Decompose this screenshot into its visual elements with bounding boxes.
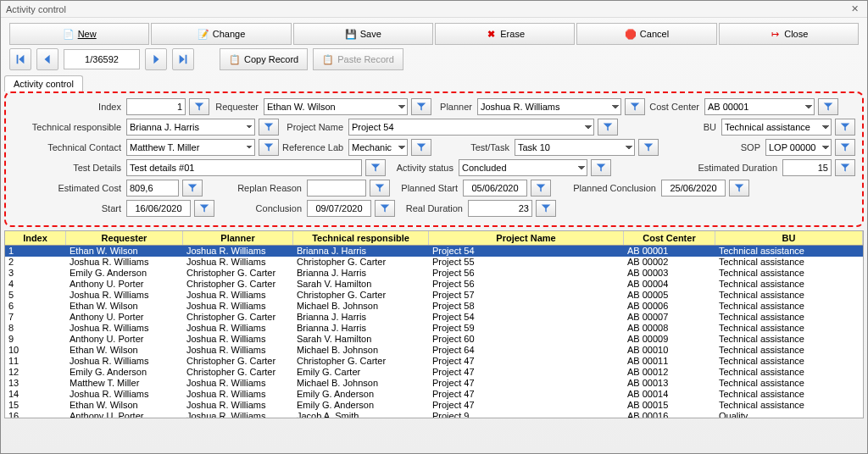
plannedstart-label: Planned Start — [393, 183, 459, 193]
index-input[interactable] — [126, 98, 186, 115]
testdetails-input[interactable] — [126, 159, 362, 176]
estcost-input[interactable] — [126, 180, 179, 197]
table-row[interactable]: 1Ethan W. WilsonJoshua R. WilliamsBriann… — [5, 246, 863, 257]
col-header-planner[interactable]: Planner — [183, 231, 293, 245]
projname-label: Project Name — [282, 122, 345, 132]
replanreason-label: Replan Reason — [206, 183, 303, 193]
activitystatus-select[interactable]: Concluded — [459, 159, 587, 176]
activitystatus-label: Activity status — [389, 163, 455, 173]
save-button[interactable]: 💾 Save — [293, 23, 433, 45]
planner-filter[interactable] — [625, 98, 645, 115]
paste-record-button[interactable]: 📋 Paste Record — [313, 48, 403, 70]
estcost-filter[interactable] — [182, 180, 203, 197]
bu-select[interactable]: Technical assistance — [721, 119, 832, 136]
realduration-input[interactable] — [468, 200, 532, 217]
table-row[interactable]: 9Anthony U. PorterJoshua R. WilliamsSara… — [5, 334, 863, 345]
requester-label: Requester — [213, 102, 260, 112]
testdetails-filter[interactable] — [365, 159, 386, 176]
nav-prev-button[interactable] — [36, 48, 58, 70]
table-row[interactable]: 12Emily G. AndersonChristopher G. Carter… — [5, 367, 863, 378]
activitystatus-filter[interactable] — [591, 159, 611, 176]
table-row[interactable]: 13Matthew T. MillerJoshua R. WilliamsMic… — [5, 378, 863, 389]
col-header-techresp[interactable]: Technical responsible — [293, 231, 429, 245]
table-row[interactable]: 2Joshua R. WilliamsJoshua R. WilliamsChr… — [5, 257, 863, 268]
window-close-icon[interactable]: ✕ — [848, 3, 862, 14]
testdetails-label: Test Details — [13, 163, 123, 173]
table-row[interactable]: 3Emily G. AndersonChristopher G. CarterB… — [5, 268, 863, 279]
table-row[interactable]: 6Ethan W. WilsonJoshua R. WilliamsMichae… — [5, 301, 863, 312]
table-row[interactable]: 14Joshua R. WilliamsJoshua R. WilliamsEm… — [5, 389, 863, 400]
change-button[interactable]: 📝 Change — [151, 23, 291, 45]
col-header-index[interactable]: Index — [5, 231, 66, 245]
table-row[interactable]: 16Anthony U. PorterJoshua R. WilliamsJac… — [5, 411, 863, 418]
plannedconc-input[interactable] — [661, 180, 726, 197]
reflab-select[interactable]: Mechanic — [348, 139, 408, 156]
techresp-filter[interactable] — [259, 119, 279, 136]
conclusion-filter[interactable] — [375, 200, 395, 217]
activity-control-window: Activity control ✕ 📄 New 📝 Change 💾 Save… — [0, 0, 868, 454]
grid-body[interactable]: 1Ethan W. WilsonJoshua R. WilliamsBriann… — [5, 246, 863, 418]
estcost-label: Estimated Cost — [13, 183, 123, 193]
bu-filter[interactable] — [835, 119, 855, 136]
close-button[interactable]: ↦ Close — [719, 23, 859, 45]
planner-select[interactable]: Joshua R. Williams — [477, 98, 621, 115]
nav-first-button[interactable] — [9, 48, 31, 70]
conclusion-label: Conclusion — [218, 203, 303, 213]
projname-filter[interactable] — [598, 119, 618, 136]
costcenter-select[interactable]: AB 00001 — [704, 98, 815, 115]
plannedconc-label: Planned Conclusion — [554, 183, 658, 193]
realduration-filter[interactable] — [536, 200, 556, 217]
index-filter[interactable] — [189, 98, 209, 115]
save-icon: 💾 — [345, 28, 357, 40]
table-row[interactable]: 7Anthony U. PorterChristopher G. CarterB… — [5, 312, 863, 323]
estduration-input[interactable] — [782, 159, 832, 176]
index-label: Index — [13, 102, 123, 112]
start-label: Start — [13, 203, 123, 213]
col-header-requester[interactable]: Requester — [66, 231, 183, 245]
table-row[interactable]: 15Ethan W. WilsonJoshua R. WilliamsEmily… — [5, 400, 863, 411]
nav-last-button[interactable] — [172, 48, 194, 70]
cancel-button[interactable]: 🛑 Cancel — [576, 23, 716, 45]
start-input[interactable] — [126, 200, 191, 217]
nav-next-button[interactable] — [145, 48, 167, 70]
testtask-select[interactable]: Task 10 — [515, 139, 635, 156]
copy-record-button[interactable]: 📋 Copy Record — [220, 48, 308, 70]
table-row[interactable]: 10Ethan W. WilsonJoshua R. WilliamsMicha… — [5, 345, 863, 356]
table-row[interactable]: 8Joshua R. WilliamsJoshua R. WilliamsBri… — [5, 323, 863, 334]
new-button[interactable]: 📄 New — [9, 23, 149, 45]
testtask-filter[interactable] — [638, 139, 659, 156]
techcontact-select[interactable]: Matthew T. Miller — [126, 139, 255, 156]
pager-display: 1/36592 — [64, 49, 140, 69]
table-row[interactable]: 4Anthony U. PorterChristopher G. CarterS… — [5, 279, 863, 290]
cancel-icon: 🛑 — [625, 28, 637, 40]
sop-filter[interactable] — [835, 139, 855, 156]
sop-select[interactable]: LOP 00000 — [765, 139, 832, 156]
table-row[interactable]: 11Joshua R. WilliamsChristopher G. Carte… — [5, 356, 863, 367]
replanreason-filter[interactable] — [370, 180, 390, 197]
plannedstart-filter[interactable] — [531, 180, 551, 197]
col-header-costcenter[interactable]: Cost Center — [624, 231, 715, 245]
replanreason-input[interactable] — [307, 180, 366, 197]
col-header-bu[interactable]: BU — [715, 231, 863, 245]
tab-activity-control[interactable]: Activity control — [4, 75, 83, 91]
start-filter[interactable] — [194, 200, 214, 217]
requester-select[interactable]: Ethan W. Wilson — [264, 98, 408, 115]
costcenter-filter[interactable] — [818, 98, 838, 115]
techcontact-label: Technical Contact — [13, 142, 123, 152]
reflab-filter[interactable] — [411, 139, 431, 156]
plannedconc-filter[interactable] — [729, 180, 749, 197]
new-icon: 📄 — [63, 28, 75, 40]
projname-select[interactable]: Project 54 — [348, 119, 594, 136]
conclusion-input[interactable] — [307, 200, 371, 217]
estduration-filter[interactable] — [835, 159, 855, 176]
plannedstart-input[interactable] — [463, 180, 527, 197]
form-panel: Index Requester Ethan W. Wilson Planner … — [4, 91, 864, 227]
techresp-select[interactable]: Brianna J. Harris — [126, 119, 255, 136]
window-title: Activity control — [6, 4, 66, 14]
table-row[interactable]: 5Joshua R. WilliamsJoshua R. WilliamsChr… — [5, 290, 863, 301]
erase-button[interactable]: ✖ Erase — [435, 23, 575, 45]
techresp-label: Technical responsible — [13, 122, 123, 132]
techcontact-filter[interactable] — [259, 139, 279, 156]
col-header-projname[interactable]: Project Name — [429, 231, 624, 245]
requester-filter[interactable] — [411, 98, 431, 115]
